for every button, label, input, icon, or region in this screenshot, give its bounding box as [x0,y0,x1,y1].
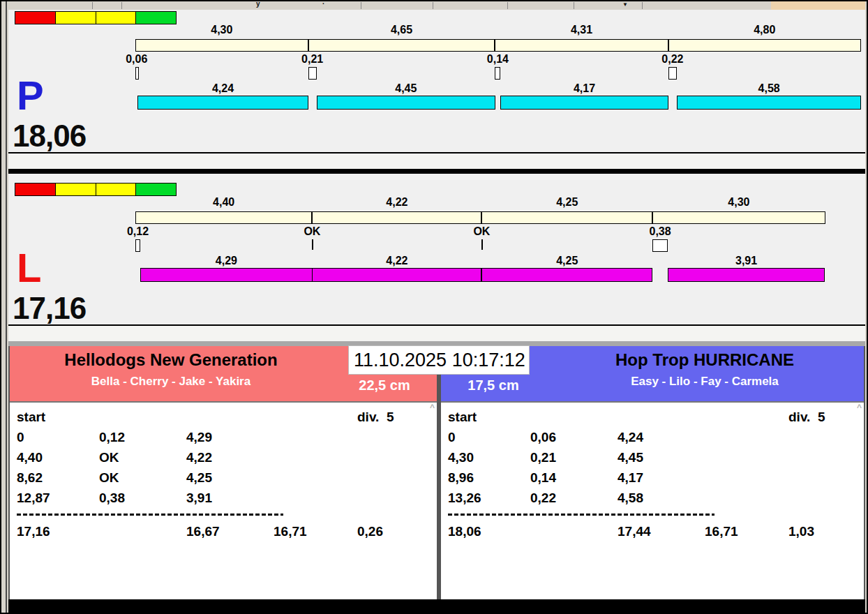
table-cell: 16,67 [186,521,220,541]
lane-l-substrip [8,324,865,341]
toolbar-text-fragment: · [322,0,324,8]
lane-panel-p: 4,300,064,244,650,214,454,310,144,174,80… [8,10,865,169]
table-totals-row: 18,0617,4416,711,03 [441,521,864,541]
toolbar-separator [361,2,361,9]
dog-time-bar [677,96,861,110]
table-row: 8,62OK4,25 [10,467,437,488]
table-row: 4,300,214,45 [441,447,864,467]
dog-time-bar [140,268,313,282]
datetime-display: 11.10.2025 10:17:12 [349,346,529,374]
changeover-ok-marker [481,239,483,250]
split-bar-segment [668,39,861,52]
lane-l-total-time: 17,16 [13,291,86,326]
team-name: Hellodogs New Generation [10,350,332,370]
dog-time-bar [500,96,668,110]
lane-p-total-time: 18,06 [13,119,86,154]
dog-time-label: 4,17 [574,82,595,95]
team-results-table[interactable]: startdiv. 500,064,244,300,214,458,960,14… [441,401,864,599]
toolbar-separator [121,2,122,9]
table-cell: 18,06 [448,521,481,541]
table-cell: 1,03 [788,521,814,541]
changeover-gap-marker [308,67,317,80]
toolbar-highlight-block [771,1,865,10]
split-time-label: 4,30 [728,196,749,209]
lane-panel-l: 4,400,124,294,22OK4,224,25OK4,254,300,38… [8,174,865,341]
changeover-gap-marker [135,239,140,252]
table-cell: 0 [17,427,24,447]
table-cell: 0,06 [530,427,556,447]
dog-time-bar [481,268,652,282]
traffic-light-cell [135,183,177,196]
dog-time-label: 4,22 [386,255,407,267]
table-totals-row: 17,1616,6716,710,26 [10,521,437,541]
split-bar-segment [308,39,495,52]
table-cell: 4,22 [186,447,212,467]
toolbar-separator [507,2,508,9]
scrollbar-up-arrow[interactable]: ^ [430,404,435,411]
changeover-gap-marker [668,67,678,80]
table-cell: 4,30 [448,447,474,467]
table-cell: 4,25 [186,467,212,488]
table-cell: 8,96 [448,467,474,488]
table-cell: 3,91 [186,488,212,508]
table-header-row: startdiv. 5 [441,407,864,427]
traffic-light-cell [96,11,137,24]
dog-time-label: 3,91 [735,255,757,267]
table-row: 4,40OK4,22 [10,447,437,467]
table-cell: 0,26 [357,521,383,541]
table-cell: 17,44 [618,521,651,541]
table-cell: div. 5 [357,407,394,427]
dog-time-label: 4,29 [216,255,237,267]
window-left-edge [6,1,7,613]
changeover-time-label: OK [304,225,320,238]
changeover-time-label: 0,22 [661,53,683,66]
table-cell: 13,26 [448,488,481,508]
dog-time-bar [668,268,825,282]
table-cell: 4,29 [186,427,212,447]
changeover-time-label: 0,14 [487,53,509,66]
dog-time-label: 4,45 [395,82,417,95]
table-cell: 4,58 [618,488,643,508]
traffic-light-cell [55,183,96,196]
table-cell: 0,21 [530,447,556,467]
table-cell: 4,45 [618,447,643,467]
split-time-label: 4,40 [213,196,234,209]
table-cell: 0 [448,427,456,447]
dog-time-label: 4,58 [758,82,780,95]
split-time-label: 4,31 [571,24,592,36]
toolbar-separator [574,2,574,9]
table-row: 00,064,24 [441,427,864,447]
traffic-light-cell [135,11,177,24]
changeover-time-label: 0,21 [301,53,323,66]
table-cell: div. 5 [788,407,825,427]
start-traffic-light [15,11,177,24]
scrollbar-up-arrow[interactable]: ^ [857,404,862,411]
split-time-label: 4,65 [391,24,412,36]
dog-time-label: 4,25 [556,255,578,267]
split-bar-segment [652,211,825,224]
changeover-gap-marker [495,67,500,80]
dropdown-arrow-icon[interactable]: ▼ [622,1,628,8]
split-time-label: 4,30 [211,24,232,36]
dog-time-bar [312,268,481,282]
traffic-light-cell [96,183,137,196]
toolbar-separator [92,2,93,9]
application-window: y · ▼ 4,300,064,244,650,214,454,310,144,… [1,1,867,613]
changeover-gap-marker [135,67,139,80]
footer-bar [8,599,865,613]
dashed-separator [448,514,714,516]
table-row: 12,870,383,91 [10,488,437,508]
changeover-gap-marker [652,239,668,252]
team-titles: Hop Trop HURRICANE Easy - Lilo - Fay - C… [546,346,864,401]
table-cell: 12,87 [17,488,50,508]
table-cell: 4,17 [618,467,643,488]
changeover-time-label: 0,12 [127,225,149,238]
start-traffic-light [15,183,177,196]
dog-time-label: 4,24 [212,82,234,95]
split-bar-segment [495,39,668,52]
lane-l-time-chart: 4,400,124,294,22OK4,224,25OK4,254,300,38… [135,196,868,282]
team-results-table[interactable]: startdiv. 500,124,294,40OK4,228,62OK4,25… [10,401,437,599]
table-header-row: startdiv. 5 [10,407,437,427]
table-cell: 4,40 [17,447,43,467]
split-time-label: 4,25 [556,196,578,209]
